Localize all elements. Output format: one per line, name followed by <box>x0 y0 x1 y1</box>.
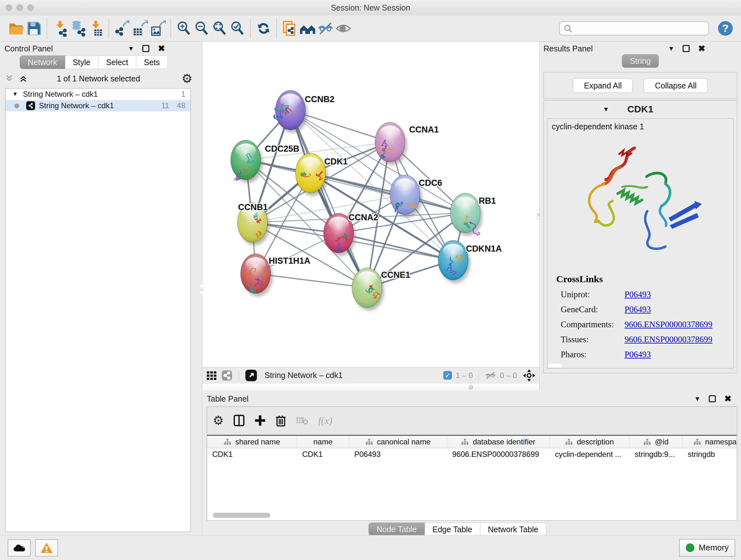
column-header-shared-name[interactable]: shared name <box>207 436 297 448</box>
column-header-canonical-name[interactable]: canonical name <box>349 436 447 448</box>
table-cell[interactable]: CDK1 <box>297 448 349 460</box>
birdseye-view-icon[interactable] <box>206 370 217 381</box>
collapse-all-button[interactable]: Collapse All <box>644 78 708 93</box>
crosslink-link[interactable]: 9606.ENSP00000378699 <box>624 334 712 345</box>
main-toolbar: ? <box>0 15 741 42</box>
help-icon[interactable]: ? <box>718 21 733 36</box>
network-node-RB1[interactable] <box>450 193 482 236</box>
table-panel-float-icon[interactable] <box>709 395 716 402</box>
function-builder-icon[interactable]: f(x) <box>318 415 332 427</box>
network-node-CCNE1[interactable] <box>352 268 384 311</box>
cloud-status-button[interactable] <box>8 539 30 557</box>
table-panel-close-icon[interactable]: ✖ <box>724 395 731 403</box>
string-home-icon[interactable] <box>299 19 317 37</box>
table-cell[interactable]: stringdb <box>683 448 737 460</box>
results-panel-close-icon[interactable]: ✖ <box>698 44 705 53</box>
expand-all-icon[interactable] <box>18 74 28 83</box>
table-options-gear-icon[interactable]: ⚙ <box>213 414 224 428</box>
save-session-icon[interactable] <box>25 19 43 37</box>
crosslink-link[interactable]: P06493 <box>624 305 651 314</box>
crosslink-link[interactable]: 9606.ENSP00000378699 <box>624 320 712 329</box>
table-cell[interactable]: CDK1 <box>207 448 297 460</box>
column-header-name[interactable]: name <box>297 436 349 448</box>
string-copy-network-icon[interactable] <box>281 19 299 37</box>
tree-expand-caret-icon[interactable]: ▼ <box>12 91 18 98</box>
collapse-all-icon[interactable] <box>4 74 14 83</box>
manual-layout-crosshair-icon[interactable] <box>523 369 536 382</box>
table-cell[interactable]: stringdb:9... <box>630 448 683 460</box>
network-row-selected[interactable]: String Network – cdk1 11 48 <box>5 100 191 111</box>
show-all-eye-icon[interactable] <box>334 19 352 37</box>
tab-network-table[interactable]: Network Table <box>480 523 546 536</box>
export-network-icon[interactable] <box>113 19 131 37</box>
table-cell[interactable]: cyclin-dependent ... <box>550 448 630 460</box>
column-header-description[interactable]: description <box>550 436 630 448</box>
crosslink-link[interactable]: P06493 <box>624 290 651 300</box>
zoom-in-icon[interactable] <box>175 19 193 37</box>
refresh-icon[interactable] <box>255 19 273 37</box>
export-table-icon[interactable] <box>131 19 149 37</box>
control-panel-close-icon[interactable]: ✖ <box>158 44 165 53</box>
hidden-items-icon[interactable] <box>485 371 496 380</box>
control-panel-float-icon[interactable] <box>142 45 149 52</box>
table-cell[interactable]: P06493 <box>349 448 447 460</box>
protein-name: CDK1 <box>627 104 654 115</box>
network-node-CDKN1A[interactable] <box>438 240 470 283</box>
table-panel-title: Table Panel <box>207 394 249 403</box>
clear-table-icon[interactable] <box>296 415 309 426</box>
selected-checkbox-icon[interactable]: ✓ <box>443 371 452 380</box>
import-network-from-database-icon[interactable] <box>69 19 87 37</box>
memory-button[interactable]: Memory <box>679 539 735 557</box>
warnings-button[interactable] <box>35 539 58 557</box>
column-header-namespace[interactable]: namespace <box>683 436 737 448</box>
column-header-database-identifier[interactable]: database identifier <box>447 436 550 448</box>
table-horizontal-scrollbar[interactable] <box>213 513 270 518</box>
expand-all-button[interactable]: Expand All <box>573 78 633 93</box>
export-image-icon[interactable] <box>149 19 166 37</box>
delete-column-icon[interactable] <box>275 415 286 427</box>
zoom-out-icon[interactable] <box>193 19 211 37</box>
network-share-icon[interactable] <box>221 370 232 381</box>
crosslink-link[interactable]: P06493 <box>624 350 651 360</box>
protein-collapse-caret-icon[interactable]: ▼ <box>603 106 609 113</box>
network-tree: ▼ String Network – cdk1 1 String Network… <box>5 88 191 532</box>
protein-card-header[interactable]: ▼ CDK1 <box>544 101 737 118</box>
control-panel-menu-icon[interactable]: ▼ <box>128 45 134 52</box>
toolbar-search-input[interactable] <box>559 21 709 36</box>
results-scrollbar-stub[interactable] <box>547 363 562 368</box>
table-panel-menu-icon[interactable]: ▼ <box>694 395 701 402</box>
network-node-HIST1H1A[interactable] <box>241 254 273 297</box>
table-row[interactable]: CDK1CDK1P064939606.ENSP00000378699cyclin… <box>207 448 737 460</box>
hide-selected-icon[interactable] <box>317 19 334 37</box>
zoom-selected-icon[interactable] <box>228 19 246 37</box>
column-header-@id[interactable]: @id <box>630 436 683 448</box>
results-panel-float-icon[interactable] <box>683 45 690 52</box>
show-columns-icon[interactable] <box>233 415 245 427</box>
network-node-CDK1[interactable] <box>295 153 328 196</box>
memory-status-icon <box>686 543 694 552</box>
node-label-CCNB2: CCNB2 <box>305 95 334 104</box>
network-collection-row[interactable]: ▼ String Network – cdk1 1 <box>5 88 191 100</box>
network-options-gear-icon[interactable]: ⚙ <box>182 71 192 85</box>
open-session-icon[interactable] <box>7 19 25 37</box>
tab-style[interactable]: Style <box>65 56 98 69</box>
horizontal-splitter[interactable] <box>202 383 539 391</box>
tab-network[interactable]: Network <box>20 56 65 69</box>
tab-select[interactable]: Select <box>98 56 136 69</box>
current-network-indicator <box>14 104 19 108</box>
results-panel-menu-icon[interactable]: ▼ <box>668 45 675 52</box>
import-table-from-file-icon[interactable] <box>87 19 105 37</box>
network-node-CCNB2[interactable] <box>273 90 308 133</box>
tab-edge-table[interactable]: Edge Table <box>425 523 480 536</box>
tab-string[interactable]: String <box>622 54 659 68</box>
open-in-new-window-icon[interactable] <box>246 370 257 381</box>
tab-sets[interactable]: Sets <box>136 56 168 69</box>
add-column-icon[interactable] <box>254 415 266 426</box>
table-cell[interactable]: 9606.ENSP00000378699 <box>447 448 550 460</box>
column-header-label: name <box>313 437 333 446</box>
network-canvas[interactable]: CCNB2CCNA1CDC25BCDK1CDC6RB1CCNB1CCNA2CDK… <box>202 42 539 367</box>
fit-content-icon[interactable] <box>211 19 228 37</box>
network-node-CDC6[interactable] <box>390 175 422 218</box>
tab-node-table[interactable]: Node Table <box>368 523 425 536</box>
import-network-from-file-icon[interactable] <box>51 19 69 37</box>
